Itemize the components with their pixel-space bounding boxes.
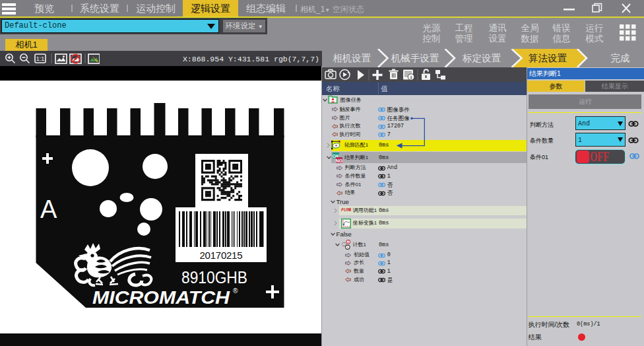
svg-text:NG: NG xyxy=(335,158,342,163)
svg-text:1:1: 1:1 xyxy=(36,55,45,62)
svg-text:1: 1 xyxy=(346,246,348,250)
svg-text:算法设置: 算法设置 xyxy=(529,53,567,63)
svg-text:相机设置: 相机设置 xyxy=(333,53,371,63)
svg-text:机械手设置: 机械手设置 xyxy=(391,53,439,63)
svg-text:8910GHB: 8910GHB xyxy=(181,267,247,287)
svg-text:®: ® xyxy=(233,287,238,294)
svg-text:A: A xyxy=(40,195,57,223)
svg-text:20170215: 20170215 xyxy=(200,250,243,261)
svg-text:标定设置: 标定设置 xyxy=(462,53,501,63)
svg-text:FUNC: FUNC xyxy=(341,207,351,211)
svg-text:i: i xyxy=(410,75,412,81)
svg-text:完成: 完成 xyxy=(611,53,630,63)
svg-text:2: 2 xyxy=(347,241,349,244)
svg-text:0: 0 xyxy=(343,243,345,246)
svg-text:MICROMATCH: MICROMATCH xyxy=(92,287,230,308)
